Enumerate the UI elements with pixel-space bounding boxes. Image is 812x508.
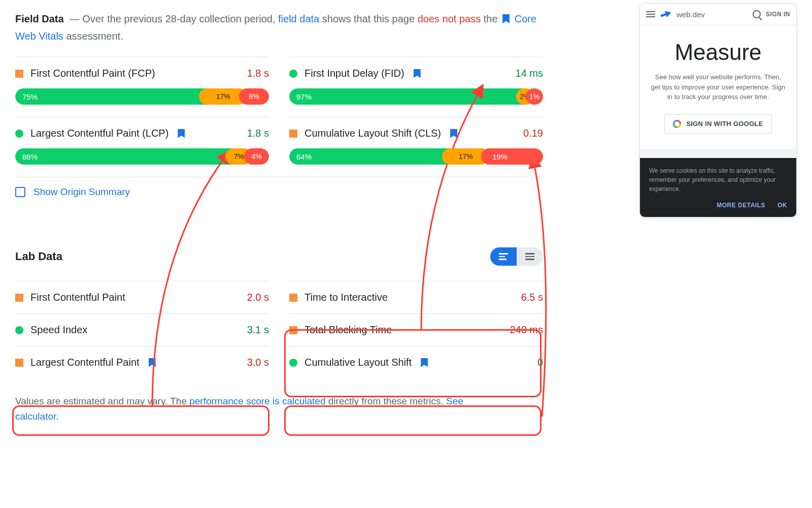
metric-name: First Input Delay (FID) xyxy=(304,68,404,79)
lab-value: 3.0 s xyxy=(247,357,269,368)
distribution-bar: 75% 17% 8% xyxy=(15,88,269,105)
fail-status: does not pass xyxy=(418,13,481,24)
show-origin-summary[interactable]: Show Origin Summary xyxy=(15,177,543,207)
metric-name: Cumulative Layout Shift (CLS) xyxy=(304,128,441,139)
view-toggle[interactable] xyxy=(490,247,543,266)
show-origin-label: Show Origin Summary xyxy=(33,186,130,198)
lab-row-cls: Cumulative Layout Shift 0 xyxy=(289,346,543,378)
status-marker xyxy=(15,294,23,302)
perf-score-link[interactable]: performance score is calculated xyxy=(189,396,325,406)
field-data-summary: Field Data — Over the previous 28-day co… xyxy=(15,10,543,45)
bookmark-icon xyxy=(450,129,457,138)
bookmark-icon xyxy=(178,129,185,138)
phone-header: web.dev SIGN IN xyxy=(640,4,796,25)
field-data-title: Field Data xyxy=(15,13,64,24)
lab-row-tti: Time to Interactive 6.5 s xyxy=(289,281,543,313)
lab-value: 2.0 s xyxy=(247,292,269,303)
more-details-link[interactable]: MORE DETAILS xyxy=(717,201,765,210)
metric-name: First Contentful Paint (FCP) xyxy=(30,68,155,79)
bookmark-icon xyxy=(421,358,428,367)
bookmark-icon xyxy=(502,14,510,23)
brand-text: web.dev xyxy=(676,10,748,19)
metric-value: 1.8 s xyxy=(247,68,269,79)
cookie-text: We serve cookies on this site to analyze… xyxy=(649,166,787,194)
google-icon xyxy=(673,120,681,128)
lab-row-si: Speed Index 3.1 s xyxy=(15,313,269,346)
page-heading: Measure xyxy=(650,40,786,65)
status-marker xyxy=(289,359,297,367)
status-marker xyxy=(289,70,297,78)
google-signin-button[interactable]: SIGN IN WITH GOOGLE xyxy=(664,114,772,134)
bookmark-icon xyxy=(414,69,421,78)
lab-row-lcp: Largest Contentful Paint 3.0 s xyxy=(15,346,269,378)
status-marker xyxy=(15,70,23,78)
page-description: See how well your website performs. Then… xyxy=(650,72,786,102)
lab-value: 3.1 s xyxy=(247,324,269,336)
distribution-bar: 64% 17% 19% xyxy=(289,148,543,165)
metric-value: 14 ms xyxy=(516,68,543,79)
lab-data-title: Lab Data xyxy=(15,250,62,263)
lab-value: 6.5 s xyxy=(521,292,543,303)
status-marker xyxy=(15,130,23,138)
lab-row-fcp: First Contentful Paint 2.0 s xyxy=(15,281,269,313)
metric-name: Largest Contentful Paint (LCP) xyxy=(30,128,168,139)
bookmark-icon xyxy=(149,358,156,367)
lab-value: 240 ms xyxy=(510,324,543,336)
metric-fcp: First Contentful Paint (FCP) 1.8 s 75% 1… xyxy=(15,57,269,117)
status-marker xyxy=(289,294,297,302)
checkbox-icon[interactable] xyxy=(15,187,25,197)
signin-link[interactable]: SIGN IN xyxy=(766,11,790,18)
lab-value: 0 xyxy=(537,357,543,368)
cookie-banner: We serve cookies on this site to analyze… xyxy=(640,158,796,217)
distribution-bar: 88% 7% 4% xyxy=(15,148,269,165)
metric-fid: First Input Delay (FID) 14 ms 97% 2% 1% xyxy=(289,57,543,117)
status-marker xyxy=(15,359,23,367)
metric-lcp: Largest Contentful Paint (LCP) 1.8 s 88%… xyxy=(15,117,269,177)
metric-value: 0.19 xyxy=(523,128,543,139)
search-icon[interactable] xyxy=(753,10,761,18)
status-marker xyxy=(289,326,297,334)
lab-row-tbt: Total Blocking Time 240 ms xyxy=(289,313,543,346)
footer-note: Values are estimated and may vary. The p… xyxy=(15,394,472,425)
toggle-compact[interactable] xyxy=(517,247,543,266)
webdev-logo-icon xyxy=(659,7,673,21)
ok-button[interactable]: OK xyxy=(777,201,787,210)
field-data-link[interactable]: field data xyxy=(278,13,319,24)
metric-cls: Cumulative Layout Shift (CLS) 0.19 64% 1… xyxy=(289,117,543,177)
distribution-bar: 97% 2% 1% xyxy=(289,88,543,105)
hamburger-icon[interactable] xyxy=(646,11,655,17)
phone-preview: web.dev SIGN IN Measure See how well you… xyxy=(639,3,797,217)
status-marker xyxy=(15,326,23,334)
status-marker xyxy=(289,130,297,138)
metric-value: 1.8 s xyxy=(247,128,269,139)
toggle-detailed[interactable] xyxy=(490,247,517,266)
